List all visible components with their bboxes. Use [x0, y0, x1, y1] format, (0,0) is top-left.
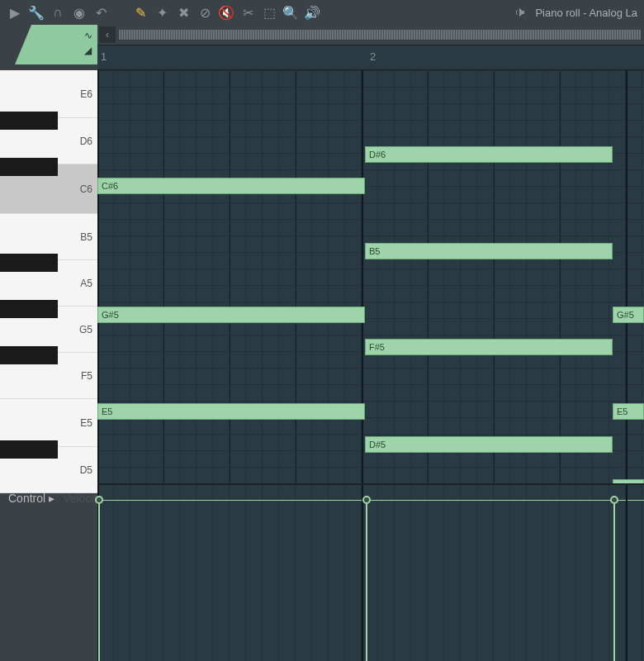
bar-line — [362, 485, 363, 661]
mute-paint-icon[interactable]: ✖ — [175, 4, 192, 21]
triangle-icon[interactable]: ◢ — [84, 45, 92, 56]
key-dsharp5[interactable] — [0, 440, 58, 459]
note[interactable]: D#6 — [365, 146, 613, 163]
velocity-bar[interactable] — [98, 500, 100, 661]
velocity-handle[interactable] — [95, 496, 103, 504]
piano-keyboard[interactable]: E6 D6 C6 B5 A5 G5 F5 E5 D5 — [0, 70, 97, 483]
bar-line — [626, 485, 627, 661]
bar-line — [560, 70, 561, 483]
note-grid[interactable]: C#6 G#5 E5 D#6 B5 F#5 D#5 G#5 E5 C#5 — [97, 70, 644, 483]
key-asharp5[interactable] — [0, 254, 58, 272]
note[interactable]: F#5 — [365, 339, 613, 355]
note[interactable]: C#6 — [97, 178, 365, 194]
note[interactable]: E5 — [97, 403, 365, 420]
bar-line — [626, 70, 627, 483]
velocity-baseline — [97, 500, 644, 501]
bar-line — [97, 70, 99, 483]
key-dsharp6[interactable] — [0, 112, 58, 130]
waveform-icon[interactable]: ∿ — [84, 30, 92, 41]
velocity-bar[interactable] — [366, 500, 367, 661]
bar-line — [428, 70, 429, 483]
velocity-bar[interactable] — [613, 500, 615, 661]
left-panel: ∿ ◢ E6 D6 C6 B5 A5 G5 F5 E5 D5 — [0, 25, 97, 483]
velocity-area[interactable] — [97, 485, 644, 661]
control-label[interactable]: Control ▸ Velocity — [0, 485, 97, 661]
bar-number-2: 2 — [370, 50, 376, 63]
control-panel: Control ▸ Velocity — [0, 483, 644, 661]
note[interactable]: G#5 — [613, 307, 644, 323]
undo-icon[interactable]: ↶ — [92, 4, 109, 21]
note[interactable]: D#5 — [365, 436, 613, 453]
play-icon[interactable]: ▶ — [7, 4, 23, 21]
zoom-icon[interactable]: 🔍 — [282, 4, 299, 21]
chevron-right-icon: ▸ — [49, 492, 54, 505]
corner-tab[interactable]: ∿ ◢ — [0, 25, 97, 70]
key-csharp6[interactable] — [0, 158, 58, 176]
bar-numbers[interactable]: 1 2 — [97, 45, 644, 70]
velocity-handle[interactable] — [362, 496, 371, 504]
key-fsharp5[interactable] — [0, 346, 58, 364]
audio-icon[interactable]: 🕩 — [512, 4, 528, 21]
brush-icon[interactable]: ✦ — [154, 4, 170, 21]
pencil-icon[interactable]: ✎ — [132, 4, 149, 21]
note[interactable]: B5 — [365, 243, 613, 259]
ruler-row: ‹ — [97, 25, 644, 45]
ruler-back-button[interactable]: ‹ — [99, 26, 116, 43]
select-icon[interactable]: ⬚ — [261, 4, 277, 21]
key-gsharp5[interactable] — [0, 300, 58, 318]
note[interactable]: G#5 — [97, 307, 365, 323]
note[interactable]: C#5 — [613, 479, 644, 483]
bar-line — [362, 70, 363, 483]
note[interactable]: E5 — [613, 403, 644, 420]
magnet-icon[interactable]: ∩ — [50, 4, 66, 21]
bar-line — [494, 70, 495, 483]
stamp-icon[interactable]: ◉ — [71, 4, 88, 21]
grid-area[interactable]: ‹ 1 2 C#6 G#5 E5 D#6 B5 F#5 D#5 G#5 E — [97, 25, 644, 483]
bar-line — [296, 70, 296, 483]
disable-icon[interactable]: ⊘ — [197, 4, 213, 21]
slice-icon[interactable]: ✂ — [239, 4, 256, 21]
bar-line — [230, 70, 230, 483]
toolbar: ▶ 🔧 ∩ ◉ ↶ ✎ ✦ ✖ ⊘ 🔇 ✂ ⬚ 🔍 🔊 🕩 Piano roll… — [0, 0, 644, 25]
main-area: ∿ ◢ E6 D6 C6 B5 A5 G5 F5 E5 D5 ‹ — [0, 25, 644, 483]
bar-number-1: 1 — [101, 50, 107, 63]
wrench-icon[interactable]: 🔧 — [28, 4, 45, 21]
velocity-handle[interactable] — [610, 496, 618, 504]
playback-icon[interactable]: 🔊 — [304, 4, 320, 21]
ruler-beats[interactable] — [119, 30, 641, 40]
bar-line — [163, 70, 164, 483]
window-title: 🕩 Piano roll - Analog La — [512, 4, 637, 21]
mute-icon[interactable]: 🔇 — [218, 4, 234, 21]
